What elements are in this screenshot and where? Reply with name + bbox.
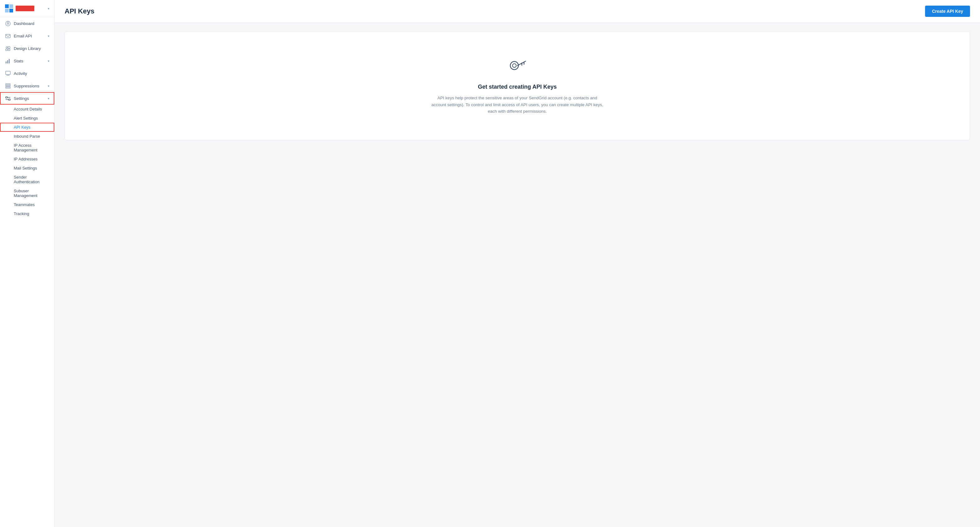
empty-state-description: API keys help protect the sensitive area… (430, 95, 605, 115)
svg-rect-19 (6, 85, 10, 86)
svg-point-8 (6, 46, 8, 48)
sidebar-item-stats[interactable]: Stats ▾ (0, 55, 54, 67)
settings-icon (5, 96, 11, 101)
stats-chevron-icon: ▾ (48, 59, 49, 63)
sendgrid-logo-icon (5, 4, 13, 13)
svg-rect-9 (8, 46, 10, 48)
sidebar-item-stats-label: Stats (14, 59, 24, 64)
brand-bar (16, 6, 34, 11)
main-content: API Keys Create API Key Get started crea… (55, 0, 980, 527)
svg-rect-2 (5, 9, 9, 13)
sidebar-item-dashboard-label: Dashboard (14, 21, 34, 26)
logo-chevron-icon: ▾ (48, 7, 49, 10)
subnav-ip-addresses[interactable]: IP Addresses (0, 154, 54, 164)
logo-area[interactable]: ▾ (0, 0, 54, 17)
api-key-icon-svg (508, 57, 527, 77)
svg-point-26 (512, 64, 516, 67)
settings-subnav: Account Details Alert Settings API Keys … (0, 105, 54, 218)
svg-rect-10 (6, 49, 8, 51)
svg-rect-12 (6, 62, 6, 64)
sidebar-item-settings-label: Settings (14, 96, 29, 101)
sidebar-item-suppressions-label: Suppressions (14, 84, 39, 88)
svg-rect-14 (9, 59, 10, 64)
subnav-api-keys[interactable]: API Keys (0, 123, 54, 132)
subnav-sender-authentication[interactable]: Sender Authentication (0, 173, 54, 186)
svg-rect-13 (7, 60, 8, 64)
key-icon (508, 57, 527, 77)
subnav-inbound-parse[interactable]: Inbound Parse (0, 132, 54, 141)
svg-rect-18 (6, 84, 10, 85)
svg-rect-11 (8, 49, 10, 51)
sidebar-item-design-library[interactable]: Design Library (0, 42, 54, 55)
sidebar-item-suppressions[interactable]: Suppressions ▾ (0, 80, 54, 92)
main-nav: Dashboard Email API ▾ (0, 17, 54, 218)
subnav-ip-access-management[interactable]: IP Access Management (0, 141, 54, 154)
subnav-teammates[interactable]: Teammates (0, 200, 54, 209)
dashboard-icon (5, 21, 11, 26)
email-api-icon (5, 33, 11, 39)
svg-point-5 (7, 23, 9, 24)
subnav-mail-settings[interactable]: Mail Settings (0, 164, 54, 173)
topbar: API Keys Create API Key (55, 0, 980, 23)
sidebar-item-activity-label: Activity (14, 71, 27, 76)
sidebar: ▾ Dashboard Email API ▾ (0, 0, 55, 527)
content-area: Get started creating API Keys API keys h… (55, 23, 980, 527)
email-api-chevron-icon: ▾ (48, 34, 49, 38)
sidebar-item-dashboard[interactable]: Dashboard (0, 17, 54, 30)
settings-chevron-icon: ▾ (48, 97, 49, 100)
svg-rect-3 (10, 9, 13, 13)
empty-state-title: Get started creating API Keys (478, 84, 557, 90)
suppressions-chevron-icon: ▾ (48, 84, 49, 88)
svg-rect-15 (6, 71, 10, 75)
sidebar-item-email-api[interactable]: Email API ▾ (0, 30, 54, 42)
subnav-subuser-management[interactable]: Subuser Management (0, 186, 54, 200)
subnav-tracking[interactable]: Tracking (0, 209, 54, 218)
svg-rect-1 (10, 4, 13, 8)
sidebar-item-design-library-label: Design Library (14, 46, 41, 51)
design-library-icon (5, 46, 11, 51)
create-api-key-button[interactable]: Create API Key (925, 6, 970, 17)
svg-rect-7 (6, 34, 10, 38)
subnav-alert-settings[interactable]: Alert Settings (0, 114, 54, 123)
page-title: API Keys (65, 7, 94, 15)
stats-icon (5, 58, 11, 64)
svg-rect-22 (8, 99, 10, 100)
activity-icon (5, 70, 11, 76)
svg-rect-0 (5, 4, 9, 8)
suppressions-icon (5, 83, 11, 89)
svg-rect-21 (6, 97, 8, 98)
svg-rect-20 (6, 87, 10, 88)
subnav-account-details[interactable]: Account Details (0, 105, 54, 114)
sidebar-item-email-api-label: Email API (14, 34, 32, 38)
sidebar-item-settings[interactable]: Settings ▾ (0, 92, 54, 105)
empty-state-card: Get started creating API Keys API keys h… (65, 32, 970, 140)
sidebar-item-activity[interactable]: Activity (0, 67, 54, 80)
